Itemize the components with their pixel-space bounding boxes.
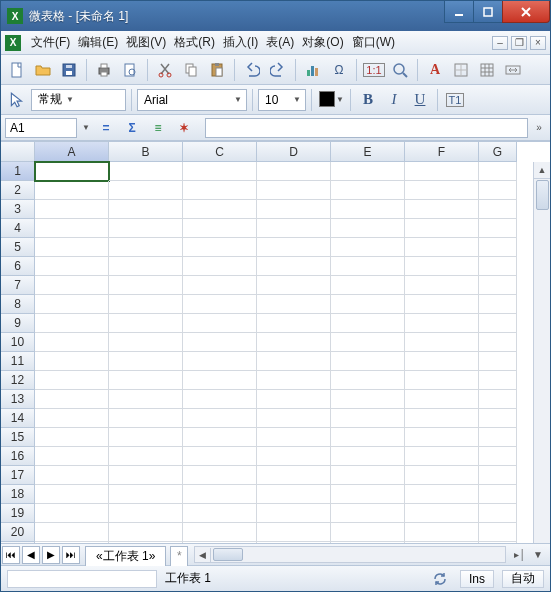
cell-A6[interactable] [35,257,109,276]
cell-E16[interactable] [331,447,405,466]
scroll-left-button[interactable]: ◀ [195,548,211,563]
cell-reference-box[interactable]: A1 [5,118,77,138]
cell-F2[interactable] [405,181,479,200]
cell-C8[interactable] [183,295,257,314]
cell-E13[interactable] [331,390,405,409]
fill-color-button[interactable]: ▼ [317,89,345,111]
column-header-A[interactable]: A [35,142,109,162]
cell-B19[interactable] [109,504,183,523]
cell-E9[interactable] [331,314,405,333]
cell-F17[interactable] [405,466,479,485]
cell-B21[interactable] [109,542,183,543]
app-menu-icon[interactable]: X [5,35,21,51]
menu-table[interactable]: 表(A) [262,31,298,54]
copy-button[interactable] [179,58,203,82]
cell-E14[interactable] [331,409,405,428]
cell-A2[interactable] [35,181,109,200]
cell-E8[interactable] [331,295,405,314]
menu-edit[interactable]: 编辑(E) [74,31,122,54]
cell-F3[interactable] [405,200,479,219]
row-header-16[interactable]: 16 [1,447,35,466]
cell-D15[interactable] [257,428,331,447]
cell-C16[interactable] [183,447,257,466]
cell-D1[interactable] [257,162,331,181]
column-header-F[interactable]: F [405,142,479,162]
mdi-restore-button[interactable]: ❐ [511,36,527,50]
column-header-E[interactable]: E [331,142,405,162]
cell-B2[interactable] [109,181,183,200]
font-dropdown[interactable]: Arial▼ [137,89,247,111]
row-header-15[interactable]: 15 [1,428,35,447]
cell-G2[interactable] [479,181,517,200]
cell-A12[interactable] [35,371,109,390]
cell-A14[interactable] [35,409,109,428]
row-header-20[interactable]: 20 [1,523,35,542]
cell-F9[interactable] [405,314,479,333]
row-header-2[interactable]: 2 [1,181,35,200]
scroll-down-button[interactable]: ▼ [530,547,546,563]
symbol-button[interactable]: Ω [327,58,351,82]
cell-D6[interactable] [257,257,331,276]
cell-C1[interactable] [183,162,257,181]
cell-A19[interactable] [35,504,109,523]
cell-D19[interactable] [257,504,331,523]
cell-F18[interactable] [405,485,479,504]
formula-input[interactable] [205,118,528,138]
titlebar[interactable]: X 微表格 - [未命名 1] [1,1,550,31]
split-button[interactable]: ▸│ [512,547,528,563]
cell-D4[interactable] [257,219,331,238]
cell-A3[interactable] [35,200,109,219]
column-header-G[interactable]: G [479,142,517,162]
expand-formula-button[interactable]: » [532,122,546,133]
cancel-formula-button[interactable]: ✶ [173,117,195,139]
cell-D14[interactable] [257,409,331,428]
cell-G16[interactable] [479,447,517,466]
minimize-button[interactable] [444,1,474,23]
borders-button[interactable] [449,58,473,82]
sum-button[interactable]: Σ [121,117,143,139]
cell-B14[interactable] [109,409,183,428]
row-header-1[interactable]: 1 [1,162,35,181]
cell-D16[interactable] [257,447,331,466]
row-header-4[interactable]: 4 [1,219,35,238]
menu-format[interactable]: 格式(R) [170,31,219,54]
cell-E20[interactable] [331,523,405,542]
cell-F1[interactable] [405,162,479,181]
cell-E3[interactable] [331,200,405,219]
cell-B7[interactable] [109,276,183,295]
cell-C9[interactable] [183,314,257,333]
cell-D5[interactable] [257,238,331,257]
cell-A11[interactable] [35,352,109,371]
cell-E11[interactable] [331,352,405,371]
cell-F13[interactable] [405,390,479,409]
cell-C12[interactable] [183,371,257,390]
row-header-10[interactable]: 10 [1,333,35,352]
cell-B5[interactable] [109,238,183,257]
row-header-6[interactable]: 6 [1,257,35,276]
close-button[interactable] [502,1,550,23]
zoom-button[interactable] [388,58,412,82]
cell-C10[interactable] [183,333,257,352]
cell-B18[interactable] [109,485,183,504]
cell-E4[interactable] [331,219,405,238]
cell-E21[interactable] [331,542,405,543]
cell-E7[interactable] [331,276,405,295]
row-header-8[interactable]: 8 [1,295,35,314]
cell-C17[interactable] [183,466,257,485]
cell-C11[interactable] [183,352,257,371]
merge-button[interactable] [501,58,525,82]
cell-A15[interactable] [35,428,109,447]
cell-A16[interactable] [35,447,109,466]
cell-D13[interactable] [257,390,331,409]
cell-G15[interactable] [479,428,517,447]
vscroll-thumb[interactable] [536,180,549,210]
cell-G1[interactable] [479,162,517,181]
sheet-tab-1[interactable]: «工作表 1» [85,546,166,566]
cell-D9[interactable] [257,314,331,333]
cell-D17[interactable] [257,466,331,485]
cell-B12[interactable] [109,371,183,390]
row-header-19[interactable]: 19 [1,504,35,523]
cell-E18[interactable] [331,485,405,504]
cell-E6[interactable] [331,257,405,276]
cell-A5[interactable] [35,238,109,257]
